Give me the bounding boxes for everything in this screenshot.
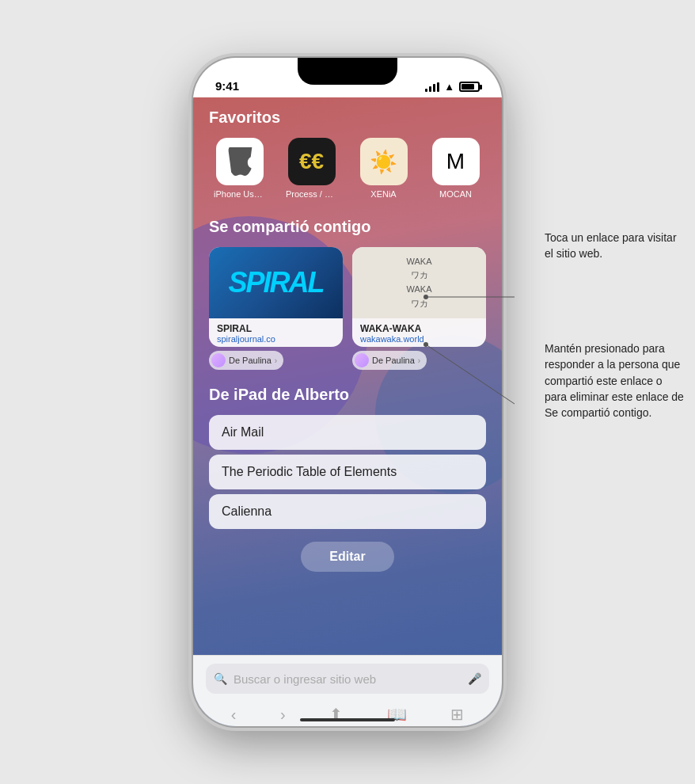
app-label-process: Process / Era Cera... xyxy=(286,189,337,199)
waka-text: WAKAワカWAKAワカ xyxy=(407,255,432,310)
spiral-chevron-icon: › xyxy=(275,356,277,365)
spiral-card-url: spiraljournal.co xyxy=(217,334,335,344)
home-indicator xyxy=(300,718,395,721)
favorite-item-xenia[interactable]: ☀️ XENiA xyxy=(353,138,414,199)
waka-card-url: wakawaka.world xyxy=(360,334,478,344)
status-time: 9:41 xyxy=(215,79,239,93)
back-button[interactable]: ‹ xyxy=(223,702,245,727)
waka-from-badge[interactable]: De Paulina › xyxy=(352,351,427,370)
app-icon-apple xyxy=(216,138,264,185)
forward-button[interactable]: › xyxy=(272,702,294,727)
spiral-from-badge[interactable]: De Paulina › xyxy=(209,351,283,370)
app-icon-mocan: M xyxy=(432,138,480,185)
app-icon-process: €€ xyxy=(288,138,336,185)
shared-cards: SPIRAL SPIRAL spiraljournal.co xyxy=(209,247,486,370)
shared-title: Se compartió contigo xyxy=(209,218,486,236)
favorite-item-mocan[interactable]: M MOCAN xyxy=(425,138,486,199)
shared-card-waka[interactable]: WAKAワカWAKAワカ WAKA-WAKA wakawaka.world xyxy=(352,247,486,370)
tabs-button[interactable]: ⊞ xyxy=(442,702,472,726)
periodic-table-label: The Periodic Table of Elements xyxy=(222,465,397,478)
callout-hold-link: Mantén presionado para responder a la pe… xyxy=(545,341,687,421)
apple-logo-icon xyxy=(226,147,254,176)
airmail-label: Air Mail xyxy=(222,425,264,439)
favorite-item-apple[interactable]: iPhone User Guid... xyxy=(209,138,270,199)
spiral-from-label: De Paulina xyxy=(229,356,272,365)
notch xyxy=(298,58,397,85)
app-label-apple: iPhone User Guid... xyxy=(214,189,265,199)
wifi-icon: ▲ xyxy=(444,81,454,93)
favorites-grid: iPhone User Guid... €€ Process / Era Cer… xyxy=(209,138,486,199)
list-item-periodic-table[interactable]: The Periodic Table of Elements xyxy=(209,455,486,489)
shared-card-spiral[interactable]: SPIRAL SPIRAL spiraljournal.co xyxy=(209,247,343,370)
ipad-section: De iPad de Alberto Air Mail The Periodic… xyxy=(209,386,486,529)
battery-icon xyxy=(459,82,480,92)
edit-button[interactable]: Editar xyxy=(301,542,393,572)
waka-chevron-icon: › xyxy=(418,356,420,365)
search-icon: 🔍 xyxy=(214,672,227,685)
calienna-label: Calienna xyxy=(222,504,272,518)
search-bar-wrapper: 🔍 Buscar o ingresar sitio web 🎤 xyxy=(193,656,502,698)
waka-image: WAKAワカWAKAワカ xyxy=(352,247,486,318)
microphone-icon[interactable]: 🎤 xyxy=(468,672,481,685)
share-button[interactable]: ⬆ xyxy=(321,702,351,726)
list-item-calienna[interactable]: Calienna xyxy=(209,494,486,529)
search-input[interactable]: Buscar o ingresar sitio web xyxy=(234,672,461,686)
bookmarks-button[interactable]: 📖 xyxy=(379,702,415,726)
spiral-avatar xyxy=(211,353,226,367)
status-icons: ▲ xyxy=(425,81,480,93)
waka-avatar xyxy=(355,353,369,367)
spiral-text: SPIRAL xyxy=(228,266,323,299)
callout-tap-link: Toca un enlace para visitar el sitio web… xyxy=(545,230,687,262)
phone-frame: 9:41 ▲ Favoritos xyxy=(193,58,502,726)
waka-card-title: WAKA-WAKA xyxy=(360,323,478,334)
app-label-mocan: MOCAN xyxy=(439,189,472,199)
list-item-airmail[interactable]: Air Mail xyxy=(209,415,486,450)
spiral-card-title: SPIRAL xyxy=(217,323,335,334)
app-label-xenia: XENiA xyxy=(370,189,396,199)
shared-section: Se compartió contigo SPIRAL xyxy=(209,218,486,370)
signal-icon xyxy=(425,82,439,92)
app-icon-xenia: ☀️ xyxy=(360,138,408,185)
spiral-image: SPIRAL xyxy=(209,247,343,318)
waka-from-label: De Paulina xyxy=(372,356,415,365)
favorite-item-process[interactable]: €€ Process / Era Cera... xyxy=(281,138,342,199)
scroll-content: Favoritos iPhone User Guid... €€ xyxy=(193,97,502,655)
search-bar[interactable]: 🔍 Buscar o ingresar sitio web 🎤 xyxy=(206,664,489,694)
edit-btn-wrapper: Editar xyxy=(209,542,486,572)
nav-bar: ‹ › ⬆ 📖 ⊞ xyxy=(193,698,502,726)
ipad-section-title: De iPad de Alberto xyxy=(209,386,486,404)
favorites-title: Favoritos xyxy=(209,108,486,127)
bottom-bar: 🔍 Buscar o ingresar sitio web 🎤 ‹ › ⬆ 📖 … xyxy=(193,655,502,726)
main-content: Favoritos iPhone User Guid... €€ xyxy=(193,97,502,726)
link-list: Air Mail The Periodic Table of Elements … xyxy=(209,415,486,529)
